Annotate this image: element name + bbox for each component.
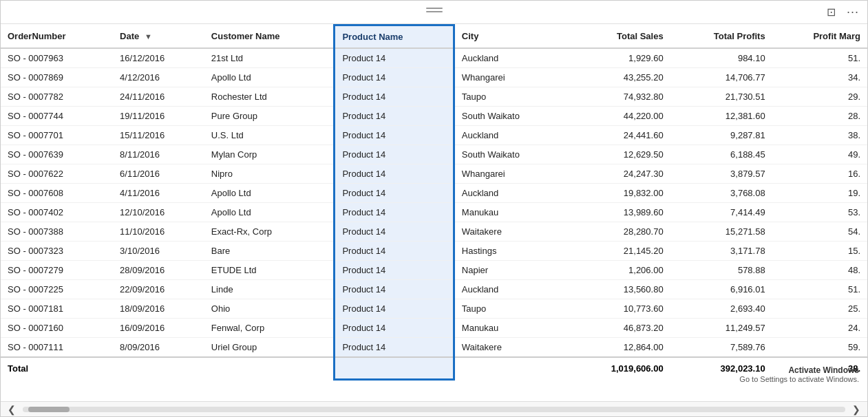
cell-total-sales: 10,773.60 (567, 299, 670, 319)
cell-product-name: Product 14 (335, 222, 454, 242)
cell-customer-name: 21st Ltd (204, 48, 335, 68)
cell-city: Auckland (454, 280, 567, 299)
cell-total-profits: 7,589.76 (670, 338, 772, 358)
cell-product-name: Product 14 (335, 280, 454, 299)
cell-total-sales: 12,864.00 (567, 338, 670, 358)
cell-customer-name: ETUDE Ltd (204, 261, 335, 280)
cell-date: 18/09/2016 (113, 299, 204, 319)
cell-total-profits: 21,730.51 (670, 87, 772, 107)
cell-city: Manukau (454, 319, 567, 338)
cell-product-name: Product 14 (335, 338, 454, 358)
cell-order-number: SO - 0007744 (1, 107, 113, 126)
cell-city: Manukau (454, 203, 567, 222)
cell-profit-marg: 49. (772, 145, 867, 164)
cell-profit-marg: 15. (772, 242, 867, 261)
drag-handle[interactable] (426, 8, 443, 12)
total-row: Total 1,019,606.00 392,023.10 38. (1, 357, 867, 379)
scroll-right-arrow[interactable]: ❯ (848, 404, 865, 415)
cell-profit-marg: 54. (772, 222, 867, 242)
cell-order-number: SO - 0007782 (1, 87, 113, 107)
cell-date: 12/10/2016 (113, 203, 204, 222)
cell-date: 24/11/2016 (113, 87, 204, 107)
cell-customer-name: Uriel Group (204, 338, 335, 358)
table-row: SO - 00076226/11/2016NiproProduct 14Whan… (1, 164, 867, 184)
cell-product-name: Product 14 (335, 126, 454, 145)
col-customer-name[interactable]: Customer Name (204, 25, 335, 49)
cell-order-number: SO - 0007388 (1, 222, 113, 242)
total-label: Total (1, 357, 113, 379)
cell-customer-name: Apollo Ltd (204, 184, 335, 203)
cell-order-number: SO - 0007622 (1, 164, 113, 184)
table-header-row: OrderNumber Date ▼ Customer Name Product… (1, 25, 867, 49)
total-profit-marg: 38. (772, 357, 867, 379)
cell-total-profits: 12,381.60 (670, 107, 772, 126)
cell-profit-marg: 51. (772, 280, 867, 299)
table-row: SO - 000770115/11/2016U.S. LtdProduct 14… (1, 126, 867, 145)
col-total-profits[interactable]: Total Profits (670, 25, 772, 49)
fit-icon[interactable]: ⊡ (824, 4, 838, 20)
cell-total-profits: 6,916.01 (670, 280, 772, 299)
cell-profit-marg: 24. (772, 319, 867, 338)
cell-profit-marg: 53. (772, 203, 867, 222)
main-window: ⊡ ··· OrderNumber Date ▼ Customer Name P… (0, 0, 868, 417)
table-container: OrderNumber Date ▼ Customer Name Product… (1, 24, 867, 401)
cell-city: Taupo (454, 299, 567, 319)
col-profit-marg[interactable]: Profit Marg (772, 25, 867, 49)
cell-customer-name: Exact-Rx, Corp (204, 222, 335, 242)
total-customer (204, 357, 335, 379)
cell-product-name: Product 14 (335, 48, 454, 68)
table-row: SO - 000716016/09/2016Fenwal, CorpProduc… (1, 319, 867, 338)
cell-customer-name: Apollo Ltd (204, 203, 335, 222)
cell-date: 16/09/2016 (113, 319, 204, 338)
cell-total-profits: 15,271.58 (670, 222, 772, 242)
cell-customer-name: Ohio (204, 299, 335, 319)
cell-order-number: SO - 0007181 (1, 299, 113, 319)
cell-profit-marg: 34. (772, 68, 867, 87)
scroll-left-arrow[interactable]: ❮ (3, 404, 20, 415)
scroll-track[interactable] (23, 407, 845, 412)
cell-total-sales: 13,989.60 (567, 203, 670, 222)
scroll-thumb[interactable] (28, 407, 70, 412)
col-product-name[interactable]: Product Name (335, 25, 454, 49)
col-order-number[interactable]: OrderNumber (1, 25, 113, 49)
table-row: SO - 000727928/09/2016ETUDE LtdProduct 1… (1, 261, 867, 280)
table-row: SO - 000796316/12/201621st LtdProduct 14… (1, 48, 867, 68)
more-icon[interactable]: ··· (844, 3, 862, 21)
cell-profit-marg: 28. (772, 107, 867, 126)
cell-total-profits: 3,171.78 (670, 242, 772, 261)
cell-city: South Waikato (454, 145, 567, 164)
cell-city: Auckland (454, 48, 567, 68)
cell-total-profits: 578.88 (670, 261, 772, 280)
cell-total-profits: 14,706.77 (670, 68, 772, 87)
cell-total-sales: 24,247.30 (567, 164, 670, 184)
cell-date: 22/09/2016 (113, 280, 204, 299)
cell-order-number: SO - 0007323 (1, 242, 113, 261)
cell-total-profits: 984.10 (670, 48, 772, 68)
cell-total-profits: 11,249.57 (670, 319, 772, 338)
cell-date: 16/12/2016 (113, 48, 204, 68)
cell-total-sales: 24,441.60 (567, 126, 670, 145)
cell-profit-marg: 38. (772, 126, 867, 145)
cell-order-number: SO - 0007963 (1, 48, 113, 68)
cell-total-profits: 3,879.57 (670, 164, 772, 184)
cell-total-sales: 44,220.00 (567, 107, 670, 126)
cell-date: 8/09/2016 (113, 338, 204, 358)
col-date[interactable]: Date ▼ (113, 25, 204, 49)
cell-date: 4/12/2016 (113, 68, 204, 87)
cell-city: Auckland (454, 184, 567, 203)
cell-total-sales: 43,255.20 (567, 68, 670, 87)
cell-customer-name: Bare (204, 242, 335, 261)
table-row: SO - 000774419/11/2016Pure GroupProduct … (1, 107, 867, 126)
cell-product-name: Product 14 (335, 203, 454, 222)
table-row: SO - 000740212/10/2016Apollo LtdProduct … (1, 203, 867, 222)
cell-total-sales: 1,206.00 (567, 261, 670, 280)
horizontal-scrollbar[interactable]: ❮ ❯ (1, 401, 867, 416)
cell-customer-name: Rochester Ltd (204, 87, 335, 107)
cell-date: 4/11/2016 (113, 184, 204, 203)
cell-city: Whangarei (454, 68, 567, 87)
cell-total-sales: 46,873.20 (567, 319, 670, 338)
col-total-sales[interactable]: Total Sales (567, 25, 670, 49)
col-city[interactable]: City (454, 25, 567, 49)
cell-profit-marg: 16. (772, 164, 867, 184)
table-row: SO - 00076398/11/2016Mylan CorpProduct 1… (1, 145, 867, 164)
